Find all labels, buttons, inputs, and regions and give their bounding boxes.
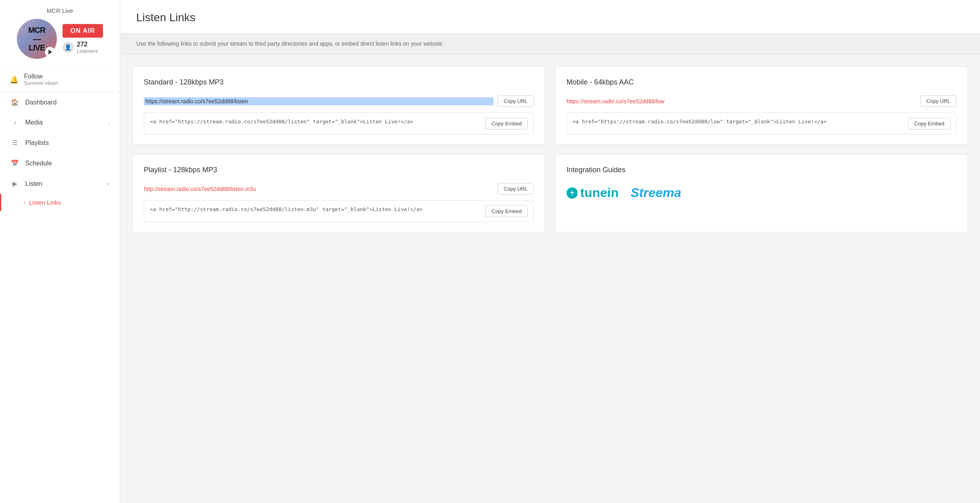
follow-main-label: Follow (24, 73, 58, 80)
mobile-url-row: https://stream.radio.co/s7ee52dd88/low C… (567, 95, 956, 107)
mobile-url: https://stream.radio.co/s7ee52dd88/low (567, 98, 916, 105)
mobile-copy-url-button[interactable]: Copy URL (920, 95, 956, 107)
media-label: Media (25, 119, 102, 126)
follow-text: Follow Summer Heart (24, 73, 58, 86)
sidebar-item-media[interactable]: ♪ Media › (0, 113, 120, 133)
tunein-text: tunein (580, 185, 619, 200)
playlists-label: Playlists (25, 139, 110, 147)
playlist-url-row: http://stream.radio.co/s7ee52dd88/listen… (144, 183, 534, 195)
listeners-count: 272 (77, 41, 98, 48)
playlist-url: http://stream.radio.co/s7ee52dd88/listen… (144, 186, 494, 192)
listen-icon: ▶ (11, 180, 19, 187)
listen-label: Listen (25, 180, 100, 187)
sidebar-item-schedule[interactable]: 📅 Schedule (0, 153, 120, 173)
streema-text: Streema (631, 185, 681, 200)
listeners-icon: 👤 (63, 42, 74, 53)
schedule-icon: 📅 (11, 159, 19, 167)
page-header: Listen Links (120, 0, 980, 33)
mobile-embed-code: <a href="https://stream.radio.co/s7ee52d… (573, 118, 904, 126)
sidebar-item-listen[interactable]: ▶ Listen ∨ (0, 173, 120, 194)
main-content: Listen Links Use the following links to … (120, 0, 980, 503)
integration-card: Integration Guides + tunein Streema (555, 154, 968, 232)
sidebar-item-listen-links[interactable]: Listen Links (0, 194, 120, 211)
follow-item[interactable]: 🔔 Follow Summer Heart (0, 67, 120, 92)
standard-embed-code: <a href="https://stream.radio.co/s7ee52d… (150, 118, 482, 126)
mobile-card: Mobile - 64kbps AAC https://stream.radio… (555, 66, 968, 145)
content-grid: Standard - 128kbps MP3 https://stream.ra… (120, 54, 980, 244)
dashboard-label: Dashboard (25, 99, 110, 106)
station-name: MCR Live (0, 0, 120, 19)
follow-icon: 🔔 (10, 75, 18, 84)
tunein-logo[interactable]: + tunein (567, 185, 619, 200)
listen-links-label: Listen Links (29, 199, 61, 206)
mobile-embed-row: <a href="https://stream.radio.co/s7ee52d… (567, 113, 956, 135)
playlist-copy-embed-button[interactable]: Copy Embed (486, 205, 528, 217)
standard-card-title: Standard - 128kbps MP3 (144, 78, 534, 87)
nav-section: 🏠 Dashboard ♪ Media › ☰ Playlists 📅 Sche… (0, 92, 120, 211)
standard-url: https://stream.radio.co/s7ee52dd88/liste… (144, 97, 494, 105)
standard-url-row: https://stream.radio.co/s7ee52dd88/liste… (144, 95, 534, 107)
info-text: Use the following links to submit your s… (136, 40, 444, 47)
playlist-embed-row: <a href="http://stream.radio.co/s7ee52dd… (144, 200, 534, 222)
tunein-plus-icon: + (567, 187, 578, 199)
standard-card: Standard - 128kbps MP3 https://stream.ra… (132, 66, 545, 145)
integration-logos: + tunein Streema (567, 185, 956, 200)
playlist-card: Playlist - 128kbps MP3 http://stream.rad… (132, 154, 545, 232)
schedule-label: Schedule (25, 160, 110, 167)
media-chevron-icon: › (109, 120, 110, 126)
playlists-icon: ☰ (11, 139, 19, 147)
standard-embed-row: <a href="https://stream.radio.co/s7ee52d… (144, 113, 534, 135)
follow-sub-label: Summer Heart (24, 80, 58, 86)
standard-copy-url-button[interactable]: Copy URL (498, 95, 534, 107)
sidebar-item-dashboard[interactable]: 🏠 Dashboard (0, 92, 120, 113)
mobile-card-title: Mobile - 64kbps AAC (567, 78, 956, 87)
station-status: ON AIR 👤 272 Listeners (63, 24, 103, 54)
listeners-label: Listeners (77, 48, 98, 54)
page-title: Listen Links (136, 11, 964, 24)
avatar-text: MCR—LIVE (28, 26, 46, 52)
sidebar: MCR Live MCR—LIVE ON AIR 👤 272 Listeners… (0, 0, 120, 503)
play-button[interactable] (45, 47, 55, 57)
streema-logo[interactable]: Streema (631, 185, 681, 200)
playlist-copy-url-button[interactable]: Copy URL (498, 183, 534, 195)
mobile-copy-embed-button[interactable]: Copy Embed (908, 118, 950, 129)
listen-chevron-icon: ∨ (106, 181, 110, 187)
listeners-row: 👤 272 Listeners (63, 41, 103, 54)
avatar-container[interactable]: MCR—LIVE (17, 19, 57, 59)
integration-card-title: Integration Guides (567, 166, 956, 174)
profile-section: MCR—LIVE ON AIR 👤 272 Listeners (0, 19, 120, 67)
playlist-card-title: Playlist - 128kbps MP3 (144, 166, 534, 174)
standard-copy-embed-button[interactable]: Copy Embed (486, 118, 528, 129)
sidebar-item-playlists[interactable]: ☰ Playlists (0, 133, 120, 153)
on-air-badge: ON AIR (63, 24, 103, 38)
media-icon: ♪ (11, 119, 19, 126)
info-bar: Use the following links to submit your s… (120, 33, 980, 54)
playlist-embed-code: <a href="http://stream.radio.co/s7ee52dd… (150, 205, 482, 213)
dashboard-icon: 🏠 (11, 99, 19, 106)
listeners-info: 272 Listeners (77, 41, 98, 54)
